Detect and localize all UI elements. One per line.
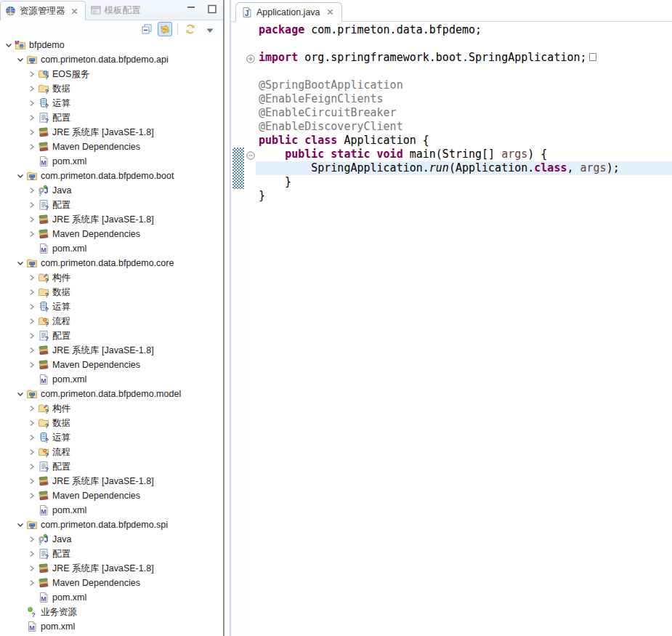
tree-item[interactable]: Maven Dependencies	[0, 576, 223, 590]
close-icon[interactable]	[325, 7, 335, 17]
chevron-collapsed-icon[interactable]	[26, 345, 38, 356]
tree-item[interactable]: ?配置	[0, 329, 223, 343]
editor-body[interactable]: package com.primeton.data.bfpdemo;import…	[231, 22, 672, 636]
chevron-collapsed-icon[interactable]	[26, 315, 38, 327]
chevron-collapsed-icon[interactable]	[26, 417, 38, 429]
code-segment: package	[259, 23, 304, 36]
chevron-collapsed-icon[interactable]	[26, 272, 38, 283]
tree-item[interactable]: ?业务资源	[0, 605, 223, 619]
tree-item[interactable]: ?构件	[0, 270, 223, 285]
link-with-editor-button[interactable]	[158, 22, 172, 36]
chevron-collapsed-icon[interactable]	[26, 446, 38, 458]
tree-item[interactable]: ?数据	[0, 416, 223, 430]
tree-item[interactable]: Maven Dependencies	[0, 358, 223, 372]
chevron-collapsed-icon[interactable]	[26, 112, 38, 124]
tree-item[interactable]: com.primeton.data.bfpdemo.api	[0, 52, 223, 67]
chevron-collapsed-icon[interactable]	[26, 432, 38, 443]
chevron-collapsed-icon[interactable]	[26, 563, 38, 574]
pom-file-icon: M	[26, 621, 38, 632]
chevron-expanded-icon[interactable]	[15, 54, 26, 65]
tree-item[interactable]: com.primeton.data.bfpdemo.model	[0, 387, 223, 401]
tree-item[interactable]: ?配置	[0, 459, 223, 474]
code-line: @EnableDiscoveryClient	[259, 120, 672, 134]
chevron-collapsed-icon[interactable]	[26, 475, 38, 487]
chevron-spacer	[26, 504, 38, 516]
chevron-collapsed-icon[interactable]	[26, 534, 38, 545]
collapse-all-button[interactable]	[139, 22, 154, 36]
close-icon[interactable]	[70, 7, 79, 16]
minimize-icon[interactable]	[185, 4, 198, 15]
tree-item[interactable]: JRE 系统库 [JavaSE-1.8]	[0, 343, 223, 358]
fold-plus-icon[interactable]	[246, 53, 255, 62]
tree-item[interactable]: Mpom.xml	[0, 154, 223, 169]
tree-item[interactable]: ?配置	[0, 198, 223, 212]
tree-item[interactable]: ?运算	[0, 430, 223, 445]
chevron-collapsed-icon[interactable]	[26, 83, 38, 94]
tree-item[interactable]: Mbfpdemo	[0, 38, 223, 52]
chevron-collapsed-icon[interactable]	[26, 577, 38, 589]
tree-item[interactable]: ?构件	[0, 401, 223, 416]
tree-item[interactable]: JRE 系统库 [JavaSE-1.8]	[0, 212, 223, 227]
fold-minus-icon[interactable]	[246, 150, 255, 158]
chevron-expanded-icon[interactable]	[3, 39, 15, 51]
tree-item[interactable]: com.primeton.data.bfpdemo.boot	[0, 169, 223, 183]
tree-item[interactable]: ?流程	[0, 314, 223, 329]
project-tree[interactable]: Mbfpdemocom.primeton.data.bfpdemo.api?EO…	[0, 38, 223, 636]
tree-item[interactable]: Maven Dependencies	[0, 227, 223, 241]
chevron-collapsed-icon[interactable]	[26, 228, 38, 240]
tree-item[interactable]: Mpom.xml	[0, 503, 223, 518]
tab-template-config[interactable]: 模板配置	[86, 1, 147, 20]
chevron-collapsed-icon[interactable]	[26, 214, 38, 225]
library-icon	[38, 563, 49, 574]
chevron-expanded-icon[interactable]	[15, 519, 26, 531]
tree-item[interactable]: Mpom.xml	[0, 372, 223, 387]
chevron-collapsed-icon[interactable]	[26, 68, 38, 80]
tree-item[interactable]: ?运算	[0, 96, 223, 110]
tab-application-java[interactable]: J Application.java	[235, 2, 342, 22]
tree-item[interactable]: J?Java	[0, 532, 223, 547]
tree-item[interactable]: com.primeton.data.bfpdemo.spi	[0, 518, 223, 532]
tree-item[interactable]: Maven Dependencies	[0, 488, 223, 503]
tree-item[interactable]: com.primeton.data.bfpdemo.core	[0, 256, 223, 270]
view-menu-button[interactable]	[201, 22, 216, 36]
chevron-expanded-icon[interactable]	[15, 388, 26, 400]
refresh-button[interactable]	[183, 22, 198, 36]
tree-item[interactable]: Mpom.xml	[0, 619, 223, 634]
chevron-collapsed-icon[interactable]	[26, 141, 38, 153]
chevron-collapsed-icon[interactable]	[26, 403, 38, 414]
code-segment: );	[607, 161, 620, 174]
tree-item[interactable]: JRE 系统库 [JavaSE-1.8]	[0, 561, 223, 576]
tree-item[interactable]: ?数据	[0, 81, 223, 96]
tree-item[interactable]: JRE 系统库 [JavaSE-1.8]	[0, 474, 223, 488]
tree-item[interactable]: ?运算	[0, 299, 223, 314]
chevron-collapsed-icon[interactable]	[26, 185, 38, 196]
tree-item[interactable]: JRE 系统库 [JavaSE-1.8]	[0, 125, 223, 140]
svg-text:?: ?	[45, 117, 49, 124]
tree-item[interactable]: ?配置	[0, 547, 223, 561]
chevron-expanded-icon[interactable]	[15, 170, 26, 182]
tree-item[interactable]: Mpom.xml	[0, 241, 223, 256]
chevron-collapsed-icon[interactable]	[26, 490, 38, 502]
chevron-collapsed-icon[interactable]	[26, 301, 38, 313]
code-area[interactable]: package com.primeton.data.bfpdemo;import…	[256, 22, 672, 636]
chevron-collapsed-icon[interactable]	[26, 199, 38, 211]
tree-item[interactable]: ?配置	[0, 110, 223, 125]
chevron-collapsed-icon[interactable]	[26, 461, 38, 472]
maximize-icon[interactable]	[206, 4, 219, 15]
tree-item[interactable]: ?数据	[0, 285, 223, 299]
config-doc-question-icon: ?	[38, 199, 49, 211]
chevron-collapsed-icon[interactable]	[26, 97, 38, 109]
folded-region-marker[interactable]	[589, 53, 596, 61]
chevron-collapsed-icon[interactable]	[26, 330, 38, 342]
tree-item[interactable]: Maven Dependencies	[0, 140, 223, 154]
tree-item[interactable]: ?EOS服务	[0, 67, 223, 81]
chevron-collapsed-icon[interactable]	[26, 548, 38, 560]
tab-resource-explorer[interactable]: 资源管理器	[0, 1, 86, 20]
chevron-collapsed-icon[interactable]	[26, 286, 38, 298]
chevron-collapsed-icon[interactable]	[26, 126, 38, 138]
chevron-collapsed-icon[interactable]	[26, 359, 38, 371]
tree-item[interactable]: Mpom.xml	[0, 590, 223, 605]
tree-item[interactable]: J?Java	[0, 183, 223, 198]
chevron-expanded-icon[interactable]	[15, 257, 26, 269]
tree-item[interactable]: ?流程	[0, 445, 223, 459]
